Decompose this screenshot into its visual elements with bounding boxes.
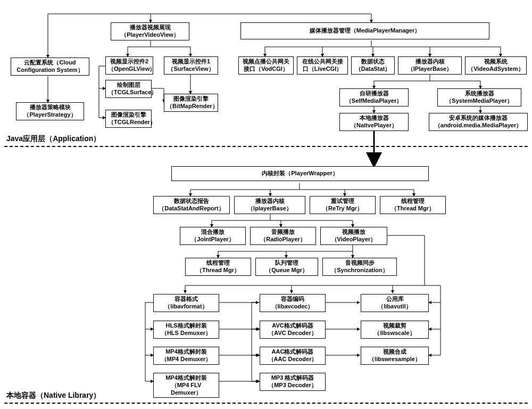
t: 数据状态 (361, 58, 385, 64)
box-libavformat: 容器格式（libavformat） (153, 294, 219, 312)
t: 播放器视频展现 (130, 24, 171, 30)
box-bitmaprender: 图像渲染引擎（BitMapRender） (164, 94, 218, 112)
divider-native (4, 403, 528, 404)
t: （ReTry Mgr） (322, 205, 363, 211)
t: （NaitvePlayer） (351, 122, 397, 128)
t: 自研播放器 (360, 90, 389, 96)
t: （Thread Mgr） (196, 267, 240, 273)
box-datastat: 数据状态（DataStat） (351, 56, 395, 75)
box-threadmgr: 线程管理（Thread Mgr） (380, 196, 446, 214)
box-libavcodec: 容器编码（libavcodec） (260, 294, 326, 312)
box-tcglsurface: 绘制图层（TCGLSurface） (105, 80, 152, 98)
t: （SurfaceView） (168, 66, 214, 72)
t: 视频播放 (342, 228, 365, 235)
t: 视频裁剪 (383, 322, 406, 329)
t: 视频显示控件2 (110, 58, 148, 64)
box-vodcgi: 视频点播公共网关接口（VodCGI） (238, 56, 294, 75)
t: 本地播放器 (360, 114, 389, 121)
t: （DataStatAndReport） (159, 205, 224, 211)
t: 播放器策略模块 (30, 104, 71, 110)
t: （OpenGLView） (108, 66, 155, 72)
box-avcdec: AVC格式解码器（AVC Decoder） (260, 321, 326, 339)
t: 线程管理 (206, 259, 230, 266)
t: 音视频同步 (345, 259, 375, 266)
t: AVC格式解码器 (272, 322, 313, 329)
box-queuemgr: 队列管理（Queue Mgr） (255, 258, 318, 276)
t: 数据状态报告 (174, 198, 209, 204)
t: （libswresample） (369, 356, 421, 362)
t: 队列管理 (275, 259, 298, 266)
box-nativeplayer: 本地播放器（NaitvePlayer） (339, 113, 409, 131)
t: （RadioPlayer） (260, 236, 306, 242)
t: 公用库 (386, 296, 404, 302)
box-datastatreport: 数据状态报告（DataStatAndReport） (153, 196, 230, 214)
box-sysmp: 系统播放器（SystemMediaPlayer） (437, 88, 521, 107)
t: （PlayerStrategy） (23, 111, 76, 118)
box-iplayerbase2: 播放器内核（IplayerBase） (234, 196, 305, 214)
t: MP3 格式解码器 (271, 374, 314, 381)
t: 线程管理 (401, 198, 425, 204)
t: （VideoAdSystem） (468, 66, 524, 72)
t: （Synchronization） (331, 267, 388, 273)
box-threadmgr2: 线程管理（Thread Mgr） (185, 258, 251, 276)
t: （VideoPlayer） (331, 236, 377, 242)
t: （MP4 Demuxer） (161, 356, 212, 362)
box-videoview: 播放器视频展现（PlayerVideoView） (111, 22, 189, 40)
t: 接口（VodCGI） (244, 66, 288, 72)
box-surfaceview: 视频显示控件1（SurfaceView） (164, 56, 218, 75)
t: （PlayerVideoView） (121, 31, 179, 38)
t: 播放器内核 (255, 198, 285, 204)
box-tcglrender: 图像渲染引擎（TCGLRender） (105, 110, 152, 128)
box-androidmp: 安卓系统的媒体播放器（android.media.MediaPlayer） (429, 113, 528, 131)
layer-label-app: Java应用层（Application） (6, 134, 101, 144)
t: 云配置系统（Cloud (24, 59, 76, 66)
t: 视频系统 (484, 58, 508, 64)
t: 内核封装（PlayerWrapper） (262, 170, 338, 176)
t: 口（LiveCGI） (303, 66, 343, 72)
box-mp4flvdemux: MP4格式解封装（MP4 FLV Demuxer） (153, 373, 219, 398)
t: （HLS Demuxer） (161, 330, 211, 336)
t: 容器编码 (281, 296, 304, 302)
t: 视频点播公共网关 (243, 58, 289, 64)
t: MP4格式解封装 (165, 374, 207, 381)
t: 音频播放 (271, 228, 295, 235)
box-jointplayer: 混合播放（JointPlayer） (180, 227, 246, 245)
t: 视频显示控件1 (172, 58, 210, 64)
t: Configuration System） (16, 67, 83, 73)
t: （android.media.MediaPlayer） (435, 122, 522, 128)
box-libswresample: 视频合成（libswresample） (361, 347, 429, 365)
t: 混合播放 (201, 228, 225, 235)
t: （TCGLSurface） (108, 89, 157, 95)
t: MP4格式解封装 (165, 348, 207, 355)
box-iplayerbase: 播放器内核（IPlayerBase） (398, 56, 462, 75)
box-wrapper: 内核封装（PlayerWrapper） (171, 166, 429, 181)
t: （libswscale） (374, 330, 415, 336)
box-selfmp: 自研播放器（SelfMediaPlayer） (339, 88, 409, 107)
box-cloud: 云配置系统（CloudConfiguration System） (11, 58, 89, 76)
t: （IplayerBase） (247, 205, 292, 211)
box-mp3dec: MP3 格式解码器（MP3 Decoder） (260, 373, 326, 391)
divider-app (4, 146, 528, 147)
t: 容器格式 (174, 296, 198, 302)
box-openglview: 视频显示控件2（OpenGLView） (105, 56, 153, 75)
t: （Thread Mgr） (391, 205, 435, 211)
box-hlsdemux: HLS格式解封装（HLS Demuxer） (153, 321, 219, 339)
t: 系统播放器 (465, 90, 494, 96)
t: （MP3 Decoder） (268, 382, 317, 388)
t: （Queue Mgr） (265, 267, 307, 273)
box-livecgi: 在线公共网关接口（LiveCGI） (297, 56, 348, 75)
box-videoplayer: 视频播放（VideoPlayer） (320, 227, 387, 245)
box-mp4demux: MP4格式解封装（MP4 Demuxer） (153, 347, 219, 365)
t: 在线公共网关接 (302, 58, 343, 64)
t: 安卓系统的媒体播放器 (449, 114, 508, 121)
t: 播放器内核 (415, 58, 445, 64)
t: 媒体播放器管理（MediaPlayerManager） (310, 27, 420, 34)
t: （TCGLRender） (108, 119, 156, 125)
t: （libavutil） (378, 303, 412, 309)
box-libavutil: 公用库（libavutil） (361, 294, 429, 312)
box-aacdec: AAC格式解码器（AAC Decoder） (260, 347, 326, 365)
t: 绘制图层 (117, 81, 140, 88)
t: HLS格式解封装 (166, 322, 207, 329)
t: 重试管理 (331, 198, 354, 204)
t: 图像渲染引擎 (111, 111, 146, 118)
